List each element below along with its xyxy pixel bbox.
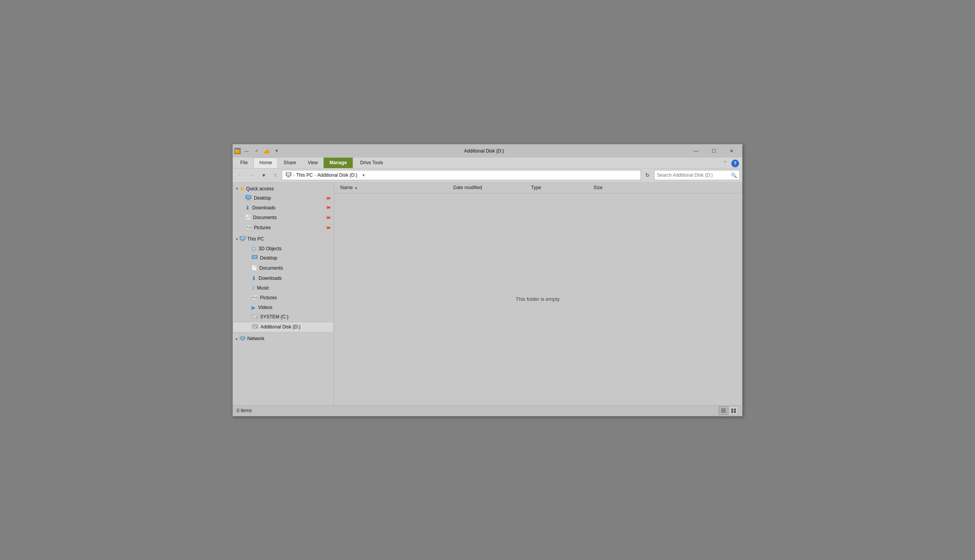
breadcrumb-this-pc[interactable]: This PC: [296, 172, 313, 178]
sidebar-item-pictures-quick[interactable]: Pictures 📌: [233, 223, 334, 233]
column-type[interactable]: Type: [528, 183, 590, 193]
column-name[interactable]: Name ▲: [337, 183, 450, 193]
sidebar-item-label: Documents: [253, 215, 277, 220]
svg-rect-42: [721, 409, 726, 409]
svg-rect-43: [721, 410, 726, 411]
svg-rect-46: [734, 409, 736, 411]
sidebar-item-3d-objects[interactable]: ⬡ 3D Objects: [233, 244, 334, 253]
pin-icon: 📌: [324, 214, 331, 221]
refresh-button[interactable]: ↻: [642, 170, 653, 180]
sidebar-item-label: Downloads: [252, 205, 275, 211]
sidebar-item-label: Downloads: [259, 276, 282, 281]
quick-access-header[interactable]: ▾ ★ Quick access: [233, 184, 334, 193]
videos-icon: ▶: [252, 304, 256, 311]
desktop-icon: [245, 195, 252, 202]
maximize-button[interactable]: ☐: [705, 144, 723, 158]
svg-rect-10: [247, 199, 250, 200]
sidebar-item-videos[interactable]: ▶ Videos: [233, 303, 334, 312]
quick-access-expand-icon: ▾: [236, 186, 238, 191]
3d-objects-icon: ⬡: [252, 246, 256, 252]
sidebar-item-documents-quick[interactable]: Documents 📌: [233, 212, 334, 223]
folder-qat-button[interactable]: [262, 147, 271, 155]
quick-access-icon: ★: [239, 186, 245, 192]
search-box[interactable]: 🔍: [654, 170, 740, 180]
search-input[interactable]: [657, 172, 729, 178]
sidebar-item-additional-disk[interactable]: Additional Disk (D:): [233, 322, 334, 332]
tab-file[interactable]: File: [234, 158, 253, 168]
ribbon-tabs: File Home Share View Manage Drive Tools …: [233, 158, 742, 169]
pin-icon: 📌: [324, 194, 331, 202]
network-header[interactable]: ▸ Network: [233, 334, 334, 344]
sidebar-item-documents[interactable]: Documents: [233, 263, 334, 274]
tab-share[interactable]: Share: [278, 158, 302, 168]
music-icon: ♪: [252, 284, 255, 291]
sidebar-item-label: Additional Disk (D:): [260, 324, 301, 330]
minimize-qat-button[interactable]: —: [242, 147, 251, 155]
sidebar-item-desktop[interactable]: Desktop: [233, 253, 334, 263]
tab-view[interactable]: View: [302, 158, 324, 168]
ribbon-right-controls: ˅ ?: [720, 159, 741, 168]
up-button[interactable]: ↑: [270, 170, 280, 180]
sidebar-item-system-c[interactable]: SYSTEM (C:): [233, 312, 334, 322]
recent-locations-button[interactable]: ▾: [259, 170, 269, 180]
svg-rect-45: [731, 409, 733, 411]
qat-dropdown-button[interactable]: ▾: [273, 147, 281, 155]
sidebar-item-pictures[interactable]: Pictures: [233, 293, 334, 303]
svg-rect-21: [241, 240, 244, 241]
svg-rect-5: [287, 173, 290, 176]
svg-rect-24: [253, 256, 257, 258]
column-size[interactable]: Size: [590, 183, 637, 193]
search-icon[interactable]: 🔍: [731, 172, 737, 178]
sidebar-item-downloads-quick[interactable]: ⬇ Downloads 📌: [233, 203, 334, 212]
pictures-icon: [245, 225, 252, 231]
title-bar-left: — ✓ ▾: [234, 147, 281, 155]
pin-icon: 📌: [324, 204, 331, 211]
sidebar-item-label: Videos: [258, 305, 272, 310]
downloads-icon: ⬇: [252, 275, 256, 281]
this-pc-header[interactable]: ▾ This PC: [233, 234, 334, 244]
pin-icon: 📌: [324, 224, 331, 231]
svg-rect-1: [235, 150, 237, 151]
status-bar: 0 items: [233, 405, 742, 416]
back-button[interactable]: ←: [235, 170, 245, 180]
file-explorer-window: — ✓ ▾ Additional Disk (D:) — ☐ ✕ File Ho…: [232, 144, 743, 416]
tab-drive-tools[interactable]: Drive Tools: [354, 158, 389, 168]
file-content-area: This folder is empty.: [334, 193, 742, 405]
sidebar-item-label: Music: [257, 285, 269, 291]
downloads-icon: ⬇: [245, 205, 250, 211]
close-button[interactable]: ✕: [723, 144, 741, 158]
ribbon: File Home Share View Manage Drive Tools …: [233, 158, 742, 169]
sidebar-item-label: Documents: [259, 265, 283, 271]
sidebar-item-downloads[interactable]: ⬇ Downloads: [233, 274, 334, 283]
help-button[interactable]: ?: [731, 160, 739, 167]
minimize-button[interactable]: —: [687, 144, 705, 158]
svg-point-31: [256, 316, 257, 318]
details-view-button[interactable]: [719, 406, 728, 415]
sidebar-item-label: Desktop: [260, 255, 277, 261]
column-date-modified[interactable]: Date modified: [450, 183, 528, 193]
sidebar-item-label: Pictures: [260, 295, 277, 300]
breadcrumb-current[interactable]: Additional Disk (D:): [317, 172, 357, 178]
network-icon: [239, 335, 246, 342]
svg-rect-22: [241, 241, 245, 241]
network-expand-icon: ▸: [236, 337, 238, 341]
sidebar-item-desktop-quick[interactable]: Desktop 📌: [233, 193, 334, 203]
desktop-icon: [252, 255, 258, 262]
large-icons-view-button[interactable]: [729, 406, 738, 415]
empty-folder-message: This folder is empty.: [516, 296, 560, 302]
file-area: Name ▲ Date modified Type Size This fold…: [334, 183, 742, 405]
ribbon-chevron-button[interactable]: ˅: [720, 159, 730, 168]
app-icon: [234, 148, 241, 154]
svg-rect-47: [731, 411, 733, 413]
sidebar: ▾ ★ Quick access Desktop 📌 ⬇ Do: [233, 183, 334, 405]
checkmark-qat-button[interactable]: ✓: [252, 147, 261, 155]
address-dropdown-button[interactable]: ▾: [359, 170, 368, 180]
sidebar-item-music[interactable]: ♪ Music: [233, 283, 334, 293]
tab-manage[interactable]: Manage: [324, 158, 353, 168]
forward-button[interactable]: →: [247, 170, 257, 180]
address-path[interactable]: › This PC › Additional Disk (D:) ▾: [282, 170, 641, 180]
svg-point-18: [247, 225, 248, 226]
tab-home[interactable]: Home: [253, 158, 278, 168]
svg-point-36: [257, 327, 258, 328]
network-label: Network: [247, 336, 264, 341]
